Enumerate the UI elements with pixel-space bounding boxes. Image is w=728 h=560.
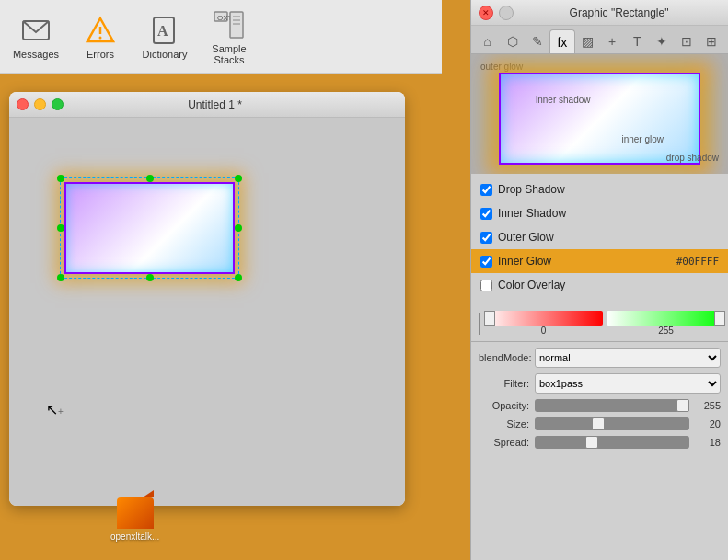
svg-text:A: A [157, 23, 168, 39]
handle-bm[interactable] [146, 274, 154, 281]
size-slider[interactable] [535, 417, 689, 430]
spread-row: Spread: 18 [479, 436, 721, 449]
tab-home[interactable]: ⌂ [475, 29, 500, 53]
cursor-pointer: ↖+ [46, 401, 64, 418]
handle-tm[interactable] [146, 175, 154, 182]
svg-rect-8 [230, 12, 243, 38]
handle-bl[interactable] [57, 274, 64, 281]
tab-pen[interactable]: ✎ [525, 29, 549, 53]
inner-glow-value: #00FFFF [676, 256, 719, 268]
green-value: 255 [658, 326, 674, 336]
controls-section: blendMode: normal multiply screen overla… [471, 341, 728, 460]
tab-transform[interactable]: ⊡ [675, 29, 699, 53]
tab-text[interactable]: T [625, 29, 650, 53]
effect-item-inner-shadow[interactable]: Inner Shadow [471, 201, 728, 225]
svg-point-3 [99, 36, 102, 39]
opacity-row: Opacity: 255 [479, 399, 721, 412]
messages-icon [19, 14, 52, 47]
preview-label-inner-shadow: inner shadow [536, 95, 590, 105]
filter-select[interactable]: box1pass box2pass gaussian [535, 373, 721, 394]
divider [471, 303, 728, 303]
dictionary-icon: A [148, 14, 181, 47]
red-slider-col: 0 [484, 311, 603, 336]
color-swatch[interactable] [479, 313, 480, 335]
tab-plus[interactable]: + [600, 29, 625, 53]
filter-label: Filter: [479, 378, 529, 389]
preview-label-drop-shadow: drop shadow [666, 153, 719, 163]
outer-glow-checkbox[interactable] [480, 232, 492, 244]
tab-layers[interactable]: ⬡ [500, 29, 525, 53]
dictionary-label: Dictionary [143, 49, 188, 60]
effect-item-color-overlay[interactable]: Color Overlay [471, 273, 728, 297]
sample-stacks-icon: OXT [213, 8, 246, 41]
window-minimize-button[interactable] [34, 98, 46, 110]
blend-mode-select[interactable]: normal multiply screen overlay [535, 348, 721, 368]
inner-shadow-label: Inner Shadow [498, 207, 719, 220]
toolbar-item-errors[interactable]: Errors [68, 4, 133, 70]
size-row: Size: 20 [479, 417, 721, 430]
window-maximize-button[interactable] [52, 98, 64, 110]
color-overlay-checkbox[interactable] [480, 280, 492, 291]
canvas-titlebar: Untitled 1 * [9, 92, 405, 118]
window-close-button[interactable] [17, 98, 29, 110]
canvas-body[interactable]: ↖+ [9, 118, 405, 506]
opacity-value: 255 [693, 400, 721, 411]
inspector-close-button[interactable]: ✕ [479, 6, 493, 20]
red-value: 0 [541, 326, 547, 336]
canvas-window: Untitled 1 * ↖+ [9, 92, 405, 506]
rectangle-shape[interactable] [64, 182, 235, 274]
handle-tl[interactable] [57, 175, 64, 182]
inspector-minimize-button[interactable] [499, 6, 514, 20]
inspector-title: Graphic "Rectangle" [517, 6, 721, 19]
inner-shadow-checkbox[interactable] [480, 208, 492, 220]
desktop-icon-image [117, 497, 154, 529]
opacity-slider[interactable] [535, 399, 689, 412]
opacity-label: Opacity: [479, 400, 529, 411]
filter-row: Filter: box1pass box2pass gaussian [479, 373, 721, 394]
blend-mode-label: blendMode: [479, 352, 529, 363]
effect-list: Drop Shadow Inner Shadow Outer Glow Inne… [471, 174, 728, 301]
tab-fx[interactable]: fx [549, 29, 574, 53]
toolbar: Messages Errors A Dictionary OXT [0, 0, 442, 74]
size-value: 20 [693, 418, 721, 429]
handle-mr[interactable] [235, 224, 242, 232]
green-slider[interactable] [607, 311, 725, 326]
handle-ml[interactable] [57, 224, 64, 232]
desktop-icon-openxltalk[interactable]: openxltalk... [110, 497, 159, 542]
messages-label: Messages [13, 49, 59, 60]
spread-slider[interactable] [535, 436, 689, 449]
errors-label: Errors [87, 49, 114, 60]
toolbar-item-messages[interactable]: Messages [4, 4, 68, 70]
inner-glow-checkbox[interactable] [480, 256, 492, 268]
tab-gear[interactable]: ✦ [650, 29, 675, 53]
preview-shape: inner shadow inner glow [499, 73, 700, 165]
red-slider[interactable] [484, 311, 603, 326]
spread-value: 18 [693, 437, 721, 448]
desktop-icon-label: openxltalk... [110, 531, 159, 542]
inspector-tabs: ⌂ ⬡ ✎ fx ▨ + T ✦ ⊡ ⊞ [471, 26, 728, 54]
canvas-title: Untitled 1 * [69, 98, 361, 111]
handle-br[interactable] [235, 274, 242, 281]
color-sliders-row: 0 255 255 [471, 305, 728, 341]
sample-stacks-label: Sample Stacks [201, 43, 258, 65]
drop-shadow-label: Drop Shadow [498, 183, 719, 196]
inspector-titlebar: ✕ Graphic "Rectangle" [471, 0, 728, 26]
effect-item-drop-shadow[interactable]: Drop Shadow [471, 177, 728, 201]
errors-icon [84, 14, 117, 47]
outer-glow-label: Outer Glow [498, 231, 719, 244]
effect-item-outer-glow[interactable]: Outer Glow [471, 225, 728, 249]
preview-area: outer glow inner shadow inner glow drop … [471, 54, 728, 174]
spread-label: Spread: [479, 437, 529, 448]
toolbar-item-dictionary[interactable]: A Dictionary [133, 4, 197, 70]
preview-label-outer-glow: outer glow [480, 62, 523, 72]
tab-photo[interactable]: ▨ [575, 29, 600, 53]
drop-shadow-checkbox[interactable] [480, 184, 492, 196]
toolbar-item-sample-stacks[interactable]: OXT Sample Stacks [197, 4, 261, 70]
preview-label-inner-glow: inner glow [621, 134, 664, 144]
tab-table[interactable]: ⊞ [699, 29, 724, 53]
inspector-panel: ✕ Graphic "Rectangle" ⌂ ⬡ ✎ fx ▨ + T ✦ ⊡… [470, 0, 728, 560]
handle-tr[interactable] [235, 175, 242, 182]
green-slider-col: 255 [607, 311, 725, 336]
effect-item-inner-glow[interactable]: Inner Glow #00FFFF [471, 249, 728, 273]
inner-glow-label: Inner Glow [498, 255, 676, 268]
